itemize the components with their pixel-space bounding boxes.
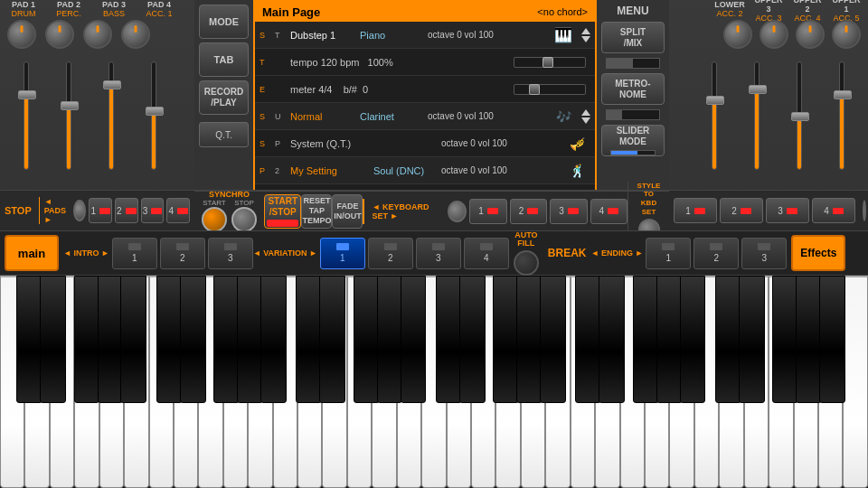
black-key-27[interactable]: [739, 276, 765, 403]
variation-btn-1[interactable]: 1: [320, 238, 365, 269]
black-key-4[interactable]: [98, 276, 124, 403]
pad2-slider[interactable]: [50, 57, 88, 179]
black-key-20[interactable]: [540, 276, 566, 403]
acc2-knob[interactable]: [723, 20, 752, 49]
intro-btn-3[interactable]: 3: [208, 238, 253, 269]
split-mix-slider[interactable]: [606, 58, 660, 69]
black-key-19[interactable]: [516, 276, 542, 403]
black-key-7[interactable]: [180, 276, 206, 403]
acc4-knob[interactable]: [796, 20, 825, 49]
tempo-slider[interactable]: [514, 57, 586, 68]
ending-btn-2[interactable]: 2: [693, 238, 739, 269]
acc4-slider[interactable]: [780, 57, 818, 179]
kbd-right-btn-2[interactable]: 2: [720, 198, 763, 223]
song-row-normal[interactable]: S U Normal Clarinet octave 0 vol 100 🎶: [255, 103, 595, 130]
acc5-knob[interactable]: [832, 20, 861, 49]
black-key-6[interactable]: [156, 276, 183, 403]
stop-circle-left[interactable]: [73, 200, 86, 221]
acc2-slider[interactable]: [695, 57, 733, 179]
metronome-slider[interactable]: [606, 109, 660, 120]
fade-button[interactable]: FADEIN/OUT: [332, 194, 363, 229]
black-key-25[interactable]: [680, 276, 706, 403]
white-key-35[interactable]: [843, 276, 867, 488]
tab-button[interactable]: TAB: [199, 42, 249, 77]
updown-normal[interactable]: [581, 109, 590, 124]
kbd-btn-2[interactable]: 2: [510, 199, 547, 224]
acc3-slider[interactable]: [738, 57, 776, 179]
main-button[interactable]: main: [5, 235, 59, 271]
black-key-3[interactable]: [74, 276, 100, 403]
black-key-21[interactable]: [575, 276, 601, 403]
ending-btn-3[interactable]: 3: [741, 238, 787, 269]
qt-button[interactable]: Q.T.: [199, 122, 249, 147]
kbd-right-btn-1[interactable]: 1: [674, 198, 717, 223]
ending-btn-1[interactable]: 1: [646, 238, 691, 269]
kbd-set-stop-circle[interactable]: [448, 201, 467, 222]
black-key-16[interactable]: [436, 276, 462, 403]
song-row-meter[interactable]: E meter 4/4 b/# 0: [255, 76, 595, 103]
pad-btn-1-left[interactable]: 1: [89, 198, 112, 223]
kbd-btn-3[interactable]: 3: [550, 199, 587, 224]
mode-button[interactable]: MODE: [199, 5, 249, 39]
variation-btn-4[interactable]: 4: [464, 238, 509, 269]
black-key-30[interactable]: [819, 276, 845, 403]
kbd-btn-4[interactable]: 4: [590, 199, 627, 224]
intro-btn-1[interactable]: 1: [112, 238, 157, 269]
black-key-11[interactable]: [296, 276, 322, 403]
intro-btn-2[interactable]: 2: [160, 238, 205, 269]
black-key-18[interactable]: [493, 276, 519, 403]
synchro-start-btn[interactable]: [202, 207, 227, 232]
black-key-10[interactable]: [260, 276, 287, 403]
song-row-mysetting[interactable]: P 2 My Setting Soul (DNC) octave 0 vol 1…: [255, 157, 595, 184]
black-key-24[interactable]: [656, 276, 683, 403]
auto-fill-btn[interactable]: [514, 250, 539, 276]
acc3-knob[interactable]: [760, 20, 788, 49]
black-key-22[interactable]: [599, 276, 625, 403]
black-key-17[interactable]: [459, 276, 486, 403]
black-key-28[interactable]: [772, 276, 798, 403]
acc5-slider[interactable]: [823, 57, 861, 179]
updown-0[interactable]: [581, 28, 590, 42]
song-row-system[interactable]: S P System (Q.T.) octave 0 vol 100 🎺: [255, 130, 595, 157]
black-key-8[interactable]: [213, 276, 240, 403]
pad-btn-4-left[interactable]: 4: [166, 198, 190, 223]
pad3-slider[interactable]: [92, 57, 130, 179]
kbd-right-btn-3[interactable]: 3: [766, 198, 809, 223]
black-key-29[interactable]: [796, 276, 822, 403]
meter-slider[interactable]: [514, 84, 586, 95]
pad4-slider[interactable]: [135, 57, 173, 179]
black-key-5[interactable]: [120, 276, 146, 403]
effects-button[interactable]: Effects: [791, 235, 845, 271]
pad4-knob[interactable]: [121, 20, 150, 49]
kbd-right-stop[interactable]: [863, 200, 866, 221]
start-stop-button[interactable]: START/STOP: [264, 194, 301, 229]
black-key-9[interactable]: [237, 276, 263, 403]
slider-mode-button[interactable]: SLIDER MODE: [601, 125, 665, 156]
split-mix-button[interactable]: SPLIT /MIX: [601, 22, 665, 53]
song-row-0[interactable]: S T Dubstep 1 Piano octave 0 vol 100 🎹: [255, 22, 595, 49]
kbd-right-btn-4[interactable]: 4: [812, 198, 855, 223]
variation-btn-3[interactable]: 3: [416, 238, 461, 269]
pad3-knob[interactable]: [83, 20, 112, 49]
pad-btn-2-left[interactable]: 2: [115, 198, 138, 223]
reset-button[interactable]: RESETTAP TEMPO: [301, 194, 332, 229]
variation-btn-2[interactable]: 2: [368, 238, 413, 269]
black-key-14[interactable]: [377, 276, 403, 403]
pad1-knob[interactable]: [7, 20, 36, 49]
black-key-1[interactable]: [16, 276, 42, 403]
black-key-12[interactable]: [319, 276, 345, 403]
pad1-slider[interactable]: [7, 57, 45, 179]
kbd-btn-1[interactable]: 1: [469, 199, 506, 224]
black-key-2[interactable]: [40, 276, 66, 403]
record-play-button[interactable]: RECORD /PLAY: [199, 80, 249, 115]
black-key-13[interactable]: [354, 276, 380, 403]
black-key-23[interactable]: [633, 276, 659, 403]
song-row-tempo[interactable]: T tempo 120 bpm 100%: [255, 49, 595, 76]
pad-btn-3-left[interactable]: 3: [141, 198, 165, 223]
song-icon-0: 🎹: [550, 26, 577, 43]
black-key-15[interactable]: [401, 276, 427, 403]
metronome-button[interactable]: METRO- NOME: [601, 73, 665, 105]
synchro-stop-btn[interactable]: [231, 207, 257, 232]
black-key-26[interactable]: [715, 276, 741, 403]
pad2-knob[interactable]: [45, 20, 74, 49]
